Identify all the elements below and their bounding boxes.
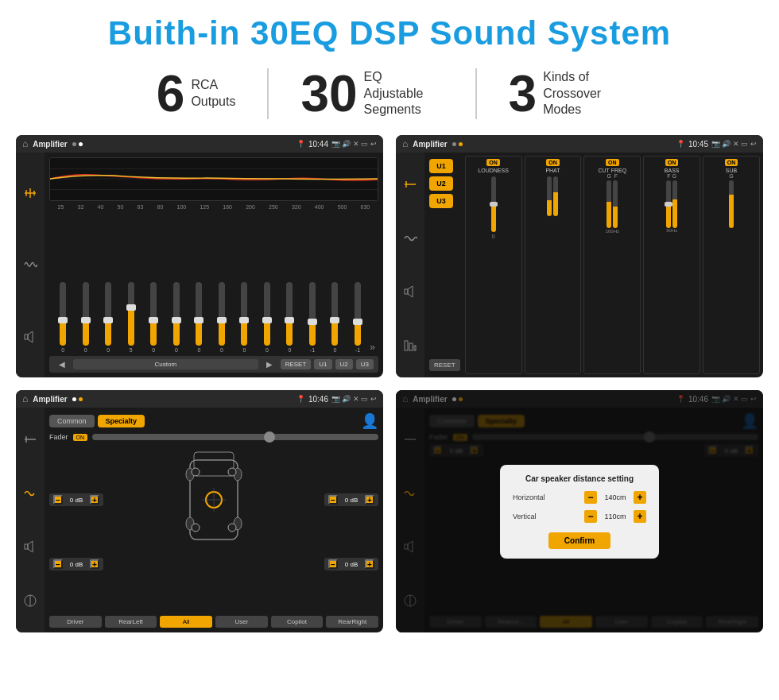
eq-slider-13[interactable]: 0 (324, 282, 346, 353)
xover-balance-icon[interactable] (400, 335, 421, 356)
xover-eq-icon[interactable] (400, 174, 421, 195)
scroll-arrows[interactable]: » (370, 342, 375, 353)
vol-rr-plus[interactable]: + (365, 559, 374, 569)
horizontal-control: − 140cm + (584, 491, 646, 504)
eq-status-left: ⌂ Amplifier (22, 138, 83, 149)
eq-status-bar: ⌂ Amplifier 📍 10:44 📷 🔊 ✕ ▭ ↩ (16, 135, 383, 153)
svg-point-31 (228, 468, 236, 476)
eq-body: 253240506380100125160200250320400500630 … (16, 153, 383, 377)
eq-slider-6[interactable]: 0 (166, 282, 188, 353)
car-top-area (107, 444, 321, 555)
eq-bottom-bar: ◀ Custom ▶ RESET U1 U2 U3 (49, 356, 378, 373)
eq-slider-5[interactable]: 0 (143, 282, 165, 353)
prev-preset-button[interactable]: ◀ (54, 358, 70, 370)
eq-graph (49, 157, 378, 201)
driver-btn[interactable]: Driver (49, 616, 102, 628)
specialty-tab[interactable]: Specialty (98, 415, 145, 427)
vol-fl-val: 0 dB (65, 497, 87, 504)
fader-track[interactable] (92, 434, 378, 440)
xover-dots (452, 142, 463, 146)
xover-channels: ON LOUDNESS 0 ON PHAT (465, 156, 760, 374)
copilot-btn[interactable]: Copilot (271, 616, 324, 628)
fader-dots (72, 397, 83, 401)
user-presets: U1 U2 U3 RESET (428, 156, 462, 374)
vol-fl-plus[interactable]: + (90, 495, 99, 505)
svg-point-32 (192, 524, 200, 532)
vertical-minus-button[interactable]: − (584, 510, 597, 523)
fader-speaker-icon[interactable] (20, 536, 41, 557)
u2-button[interactable]: U2 (335, 359, 353, 369)
speaker-row-2: − 0 dB + − 0 dB + (49, 558, 378, 570)
fader-status-left: ⌂ Amplifier (22, 393, 83, 404)
eq-slider-11[interactable]: 0 (279, 282, 300, 353)
eq-slider-3[interactable]: 0 (98, 282, 119, 353)
svg-rect-16 (414, 346, 416, 350)
xover-speaker-icon[interactable] (400, 281, 421, 302)
u2-preset-button[interactable]: U2 (429, 176, 453, 191)
fader-control-row: Fader ON (49, 433, 378, 441)
vol-fl-minus[interactable]: − (53, 495, 63, 505)
eq-slider-4[interactable]: 5 (121, 282, 142, 353)
bass-channel: ON BASS F G 90Hz (643, 156, 700, 374)
vol-rl-plus[interactable]: + (90, 559, 99, 569)
rearleft-btn[interactable]: RearLeft (105, 616, 157, 628)
eq-slider-2[interactable]: 0 (76, 282, 97, 353)
next-preset-button[interactable]: ▶ (262, 358, 277, 370)
eq-app-title: Amplifier (33, 140, 67, 149)
reset-button[interactable]: RESET (281, 359, 312, 369)
eq-slider-14[interactable]: -1 (347, 282, 369, 353)
eq-slider-7[interactable]: 0 (188, 282, 210, 353)
fader-sidebar (16, 408, 45, 632)
xover-reset-btn[interactable]: RESET (429, 359, 460, 371)
u3-preset-button[interactable]: U3 (429, 194, 453, 208)
stat-eq: 30 EQ AdjustableSegments (269, 68, 476, 119)
stat-text-eq: EQ AdjustableSegments (364, 69, 444, 118)
svg-point-30 (192, 468, 200, 476)
stat-text-rca: RCAOutputs (191, 77, 235, 110)
fader-home-icon: ⌂ (22, 393, 28, 404)
rearright-btn[interactable]: RearRight (326, 616, 378, 628)
speaker-grid: − 0 dB + (49, 444, 378, 613)
user-btn[interactable]: User (215, 616, 268, 628)
common-tab[interactable]: Common (49, 415, 95, 427)
stat-rca: 6 RCAOutputs (125, 68, 269, 119)
horizontal-plus-button[interactable]: + (634, 491, 646, 504)
fader-eq-icon[interactable] (20, 429, 41, 450)
vol-fl: − 0 dB + (49, 493, 103, 506)
speaker-row-1: − 0 dB + (49, 444, 378, 555)
vertical-plus-button[interactable]: + (634, 510, 646, 523)
fader-wave-icon[interactable] (20, 483, 41, 504)
horizontal-label: Horizontal (513, 493, 545, 501)
vol-rr-minus[interactable]: − (328, 559, 338, 569)
eq-slider-12[interactable]: -1 (302, 282, 324, 353)
fader-status-bar: ⌂ Amplifier 📍 10:46 📷 🔊 ✕ ▭ ↩ (16, 390, 383, 408)
eq-icons: 📷 🔊 ✕ ▭ ↩ (331, 140, 377, 148)
cutfreq-on-badge: ON (606, 159, 619, 166)
eq-slider-1[interactable]: 0 (52, 282, 74, 353)
fader-balance-icon[interactable] (20, 590, 41, 611)
eq-slider-10[interactable]: 0 (257, 282, 278, 353)
u1-button[interactable]: U1 (314, 359, 331, 369)
phat-channel: ON PHAT (525, 156, 582, 374)
sidebar-eq-icon[interactable] (20, 183, 41, 203)
vol-rl-minus[interactable]: − (53, 559, 63, 569)
vol-fr-minus[interactable]: − (328, 495, 338, 505)
u3-button[interactable]: U3 (356, 359, 374, 369)
confirm-button[interactable]: Confirm (548, 532, 610, 549)
fader-dialog-screen: ⌂ Amplifier 📍 10:46 📷 🔊 ✕ ▭ ↩ (396, 390, 763, 632)
xover-status-left: ⌂ Amplifier (402, 138, 463, 149)
u1-preset-button[interactable]: U1 (429, 159, 453, 173)
eq-slider-9[interactable]: 0 (234, 282, 255, 353)
eq-sidebar (16, 153, 45, 377)
loudness-label: LOUDNESS (478, 168, 509, 173)
vol-fr-plus[interactable]: + (365, 495, 374, 505)
sidebar-speaker-icon[interactable] (20, 327, 41, 347)
sub-channel: ON SUB G (703, 156, 760, 374)
horizontal-minus-button[interactable]: − (584, 491, 597, 504)
vol-rl: − 0 dB + (49, 558, 103, 570)
sidebar-wave-icon[interactable] (20, 254, 41, 275)
svg-rect-15 (409, 343, 413, 350)
eq-slider-8[interactable]: 0 (211, 282, 233, 353)
xover-wave-icon[interactable] (400, 228, 421, 249)
all-btn[interactable]: All (160, 616, 212, 628)
